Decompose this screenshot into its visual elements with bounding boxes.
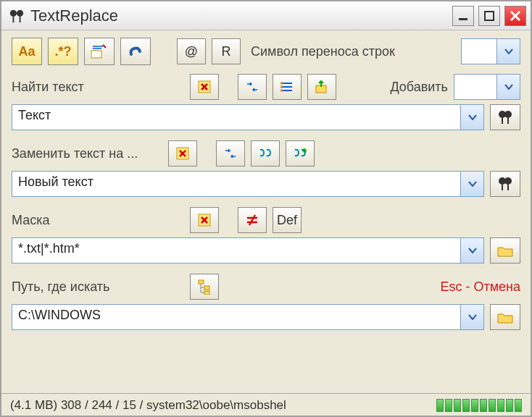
svg-rect-23 xyxy=(199,280,204,284)
find-clear-button[interactable] xyxy=(190,74,219,100)
maximize-button[interactable] xyxy=(478,6,500,26)
replace-clear-button[interactable] xyxy=(168,140,197,167)
content-area: Aa .*? @ R Символ переноса строк xyxy=(1,30,531,393)
app-title: TextReplace xyxy=(30,7,448,25)
replace-search-button[interactable] xyxy=(490,171,520,197)
minimize-button[interactable] xyxy=(452,6,474,26)
replace-toolbar-row: Заменить текст на ... xyxy=(12,140,520,167)
svg-point-14 xyxy=(504,111,512,118)
replace-input[interactable]: Новый текст xyxy=(12,171,461,197)
esc-label: Esc - Отмена xyxy=(440,279,520,295)
find-label: Найти текст xyxy=(12,80,142,95)
find-load-button[interactable] xyxy=(307,74,336,100)
svg-rect-5 xyxy=(459,18,467,20)
svg-rect-24 xyxy=(204,286,209,290)
path-dropdown[interactable] xyxy=(461,304,484,330)
add-label: Добавить xyxy=(390,80,448,95)
svg-rect-10 xyxy=(280,86,283,88)
svg-rect-11 xyxy=(280,90,283,92)
line-sep-field[interactable] xyxy=(461,38,497,64)
mask-input-row: *.txt|*.htm* xyxy=(12,237,520,264)
path-label: Путь, где искать xyxy=(12,279,142,295)
progress-bar xyxy=(436,399,522,412)
line-sep-combo xyxy=(461,38,520,64)
mask-neq-button[interactable] xyxy=(238,207,267,233)
path-input-row: C:\WINDOWS xyxy=(12,304,520,330)
replace-swap-button[interactable] xyxy=(216,140,245,167)
line-sep-dropdown[interactable] xyxy=(497,38,520,64)
toolbar-row-1: Aa .*? @ R Символ переноса строк xyxy=(12,38,520,65)
path-toolbar-row: Путь, где искать Esc - Отмена xyxy=(12,274,520,300)
regex-button[interactable]: .*? xyxy=(48,38,78,65)
close-button[interactable] xyxy=(504,6,526,26)
svg-rect-21 xyxy=(507,185,509,190)
svg-point-19 xyxy=(504,177,512,185)
path-combo: C:\WINDOWS xyxy=(12,304,484,330)
mask-label: Маска xyxy=(12,213,142,228)
svg-rect-25 xyxy=(204,291,209,295)
find-list-button[interactable] xyxy=(273,74,302,100)
find-dropdown[interactable] xyxy=(461,104,484,130)
svg-rect-9 xyxy=(280,83,283,85)
path-input[interactable]: C:\WINDOWS xyxy=(12,304,461,330)
mask-input[interactable]: *.txt|*.htm* xyxy=(12,237,461,264)
find-swap-button[interactable] xyxy=(238,74,267,100)
at-button[interactable]: @ xyxy=(177,38,206,64)
add-dropdown[interactable] xyxy=(497,74,520,100)
titlebar: TextReplace xyxy=(1,1,531,30)
find-toolbar-row: Найти текст Добавить xyxy=(12,74,520,100)
replace-ops2-button[interactable] xyxy=(286,140,315,167)
path-browse-button[interactable] xyxy=(490,304,520,330)
app-window: TextReplace Aa .*? xyxy=(0,0,532,417)
replace-combo: Новый текст xyxy=(12,171,484,197)
find-input[interactable]: Текст xyxy=(12,104,461,130)
svg-rect-15 xyxy=(502,118,503,124)
edit-button[interactable] xyxy=(84,38,115,65)
svg-rect-7 xyxy=(91,51,101,58)
mask-clear-button[interactable] xyxy=(190,207,219,233)
add-field[interactable] xyxy=(454,74,497,100)
settings-button[interactable] xyxy=(120,38,151,65)
add-combo xyxy=(454,74,520,100)
replace-ops1-button[interactable] xyxy=(251,140,280,167)
mask-def-button[interactable]: Def xyxy=(273,207,302,233)
replace-label: Заменить текст на ... xyxy=(12,146,142,161)
svg-rect-3 xyxy=(13,16,14,22)
find-search-button[interactable] xyxy=(490,104,520,130)
app-icon xyxy=(9,8,25,24)
status-text: (4.1 MB) 308 / 244 / 15 / system32\oobe\… xyxy=(10,398,429,413)
svg-rect-20 xyxy=(502,185,503,190)
replace-dropdown[interactable] xyxy=(461,171,484,197)
mask-dropdown[interactable] xyxy=(461,237,484,264)
svg-rect-6 xyxy=(485,12,494,20)
replace-input-row: Новый текст xyxy=(12,171,520,197)
svg-rect-16 xyxy=(507,118,509,124)
case-button[interactable]: Aa xyxy=(12,38,42,65)
r-button[interactable]: R xyxy=(212,38,241,64)
svg-point-0 xyxy=(10,9,17,16)
mask-combo: *.txt|*.htm* xyxy=(12,237,484,264)
find-combo: Текст xyxy=(12,104,484,130)
find-input-row: Текст xyxy=(12,104,520,130)
mask-toolbar-row: Маска Def xyxy=(12,207,520,233)
mask-folder-button[interactable] xyxy=(490,237,520,264)
svg-rect-2 xyxy=(16,12,17,14)
line-sep-label: Символ переноса строк xyxy=(251,44,395,59)
path-tree-button[interactable] xyxy=(190,274,219,300)
statusbar: (4.1 MB) 308 / 244 / 15 / system32\oobe\… xyxy=(1,393,531,416)
svg-rect-4 xyxy=(20,16,21,22)
svg-point-1 xyxy=(17,9,23,16)
